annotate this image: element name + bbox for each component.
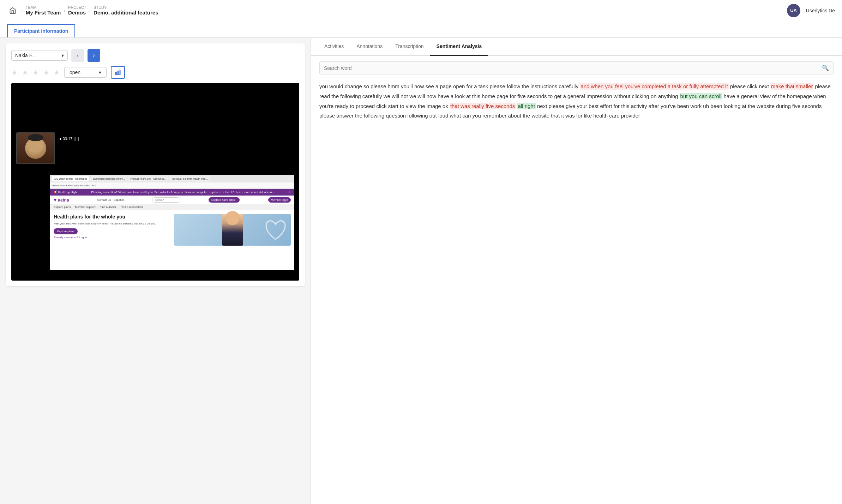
home-button[interactable] — [7, 5, 18, 16]
tab-activities[interactable]: Activities — [318, 38, 350, 56]
project-label: PROJECT — [68, 5, 86, 10]
star-1[interactable]: ★ — [11, 68, 18, 77]
breadcrumb-sep-2: › — [64, 8, 65, 13]
left-panel: Nakia E. ▾ ‹ › ★ ★ ★ ★ ★ open ▾ — [0, 38, 311, 504]
transcript-segment-homepage: we will now have a look at this home pag… — [409, 93, 508, 99]
aetna-explore-btn[interactable]: Explore Astra sites ˅ — [209, 197, 240, 203]
search-bar[interactable]: 🔍 — [319, 61, 834, 74]
project-breadcrumb: PROJECT Demos — [68, 5, 86, 16]
participant-select[interactable]: Nakia E. ▾ — [11, 50, 68, 61]
transcript-segment-2: you'll now see a page open for a task — [401, 83, 488, 89]
right-panel: Activities Annotations Transcription Sen… — [311, 38, 842, 504]
transcript-highlight-pink-3: that was really five seconds — [450, 103, 516, 109]
transcript-segment-1: you would change — [319, 83, 362, 89]
participant-name: Nakia E. — [15, 53, 34, 58]
right-tabs: Activities Annotations Transcription Sen… — [311, 38, 842, 56]
star-4[interactable]: ★ — [43, 68, 49, 77]
study-label: STUDY — [94, 5, 158, 10]
prev-button[interactable]: ‹ — [71, 49, 84, 62]
video-container: Nakia E. ▾ ‹ › ★ ★ ★ ★ ★ open ▾ — [6, 43, 305, 286]
transcript-highlight-pink-1: and when you feel you've completed a tas… — [580, 83, 728, 90]
aetna-hero-sub: Feel your best with individual & family … — [54, 222, 170, 225]
svg-rect-1 — [118, 71, 119, 75]
status-select[interactable]: open ▾ — [64, 67, 107, 78]
svg-rect-0 — [115, 72, 116, 75]
search-input[interactable] — [324, 65, 822, 71]
aetna-member-login[interactable]: Member login — [268, 197, 291, 203]
tab-transcription[interactable]: Transcription — [389, 38, 430, 56]
team-value[interactable]: My First Team — [26, 10, 61, 16]
username: Userlytics De — [806, 8, 835, 13]
aetna-logo: ♥ aetna — [54, 197, 69, 203]
webcam-overlay — [16, 132, 55, 164]
screen-capture: My Dashboard | Userlytics dashboard.user… — [50, 175, 294, 270]
aetna-explore-plans-btn[interactable]: Explore plans — [54, 228, 78, 234]
chevron-down-icon: ▾ — [99, 70, 101, 75]
avatar-initials: UA — [790, 8, 797, 13]
breadcrumb-sep-1: › — [21, 8, 23, 13]
sentiment-body: 🔍 you would change so please hmm you'll … — [311, 56, 842, 504]
chart-button[interactable] — [111, 66, 125, 79]
aetna-search[interactable] — [152, 197, 180, 203]
main-layout: Nakia E. ▾ ‹ › ★ ★ ★ ★ ★ open ▾ — [0, 38, 842, 504]
video-timestamp: ● 03:17 ❙❙ — [57, 136, 82, 142]
transcript-segment-willnot: we will not — [384, 93, 408, 99]
team-label: TEAM — [26, 5, 61, 10]
tab-annotations[interactable]: Annotations — [350, 38, 389, 56]
video-player[interactable]: ● 03:17 ❙❙ My Dashboard | Userlytics das… — [11, 83, 299, 281]
study-breadcrumb: STUDY Demo, additional features — [94, 5, 158, 16]
tab-sentiment-analysis[interactable]: Sentiment Analysis — [430, 38, 488, 56]
aetna-hero-heading: Health plans for the whole you — [54, 214, 170, 220]
project-value[interactable]: Demos — [68, 10, 86, 16]
chevron-down-icon: ▾ — [61, 53, 64, 58]
participant-tab-bar: Participant information — [0, 21, 842, 38]
rating-row: ★ ★ ★ ★ ★ open ▾ — [11, 66, 299, 79]
transcript-highlight-pink-2: make that smaller — [770, 83, 813, 90]
aetna-member-link[interactable]: Already a member? Log in › — [54, 236, 170, 239]
transcript-text: you would change so please hmm you'll no… — [319, 82, 834, 121]
video-controls-top: Nakia E. ▾ ‹ › — [11, 49, 299, 62]
search-icon: 🔍 — [822, 65, 829, 71]
svg-rect-2 — [119, 70, 120, 75]
star-5[interactable]: ★ — [54, 68, 60, 77]
participant-information-tab[interactable]: Participant information — [7, 24, 75, 37]
next-button[interactable]: › — [88, 49, 100, 62]
star-2[interactable]: ★ — [22, 68, 28, 77]
transcript-highlight-green-2: all right — [517, 103, 535, 109]
star-3[interactable]: ★ — [32, 68, 39, 77]
study-value[interactable]: Demo, additional features — [94, 10, 158, 16]
team-breadcrumb: TEAM My First Team — [26, 5, 61, 16]
transcript-highlight-green-1: but you can scroll — [680, 93, 722, 100]
breadcrumb-sep-3: › — [89, 8, 91, 13]
top-navigation: › TEAM My First Team › PROJECT Demos › S… — [0, 0, 842, 21]
status-value: open — [70, 70, 80, 75]
avatar[interactable]: UA — [787, 4, 800, 17]
